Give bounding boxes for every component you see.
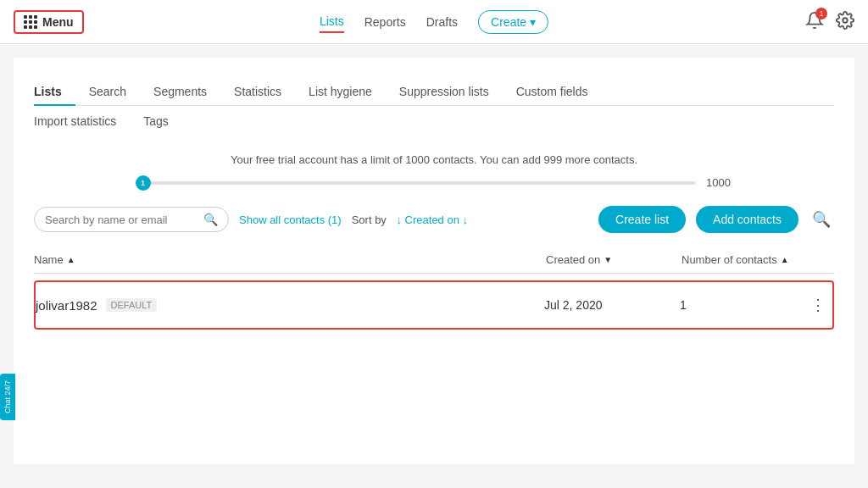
sort-by-prefix: Sort by bbox=[352, 214, 387, 226]
create-label: Create bbox=[491, 15, 526, 29]
contacts-sort-arrow: ▲ bbox=[781, 255, 789, 264]
name-sort-arrow: ▲ bbox=[67, 255, 75, 264]
slider-track[interactable]: 1 bbox=[137, 181, 696, 185]
row-created-cell: Jul 2, 2020 bbox=[544, 298, 680, 312]
tab-list-hygiene[interactable]: List hygiene bbox=[295, 78, 386, 105]
created-sort-arrow: ▼ bbox=[604, 255, 612, 264]
contact-name: jolivar1982 bbox=[36, 298, 97, 313]
add-contacts-button[interactable]: Add contacts bbox=[696, 206, 798, 233]
search-toggle-icon[interactable]: 🔍 bbox=[809, 207, 834, 232]
chat-widget[interactable]: Chat 24/7 bbox=[0, 374, 15, 420]
tabs-row-2: Import statistics Tags bbox=[34, 109, 834, 136]
filter-row: 🔍 Show all contacts (1) Sort by ↓ Create… bbox=[34, 206, 834, 233]
row-contacts-cell: 1 ⋮ bbox=[680, 296, 832, 314]
slider-thumb: 1 bbox=[136, 175, 151, 191]
nav-link-drafts[interactable]: Drafts bbox=[426, 12, 458, 32]
nav-center: Lists Reports Drafts Create ▾ bbox=[320, 10, 548, 34]
search-icon: 🔍 bbox=[203, 213, 218, 226]
main-content: Lists Search Segments Statistics List hy… bbox=[14, 58, 854, 464]
grid-icon bbox=[24, 15, 37, 29]
menu-button[interactable]: Menu bbox=[14, 10, 84, 34]
slider-container: 1 1000 bbox=[137, 176, 731, 189]
col-name-header: Name ▲ bbox=[34, 253, 546, 266]
slider-max: 1000 bbox=[706, 176, 731, 189]
row-name-cell: jolivar1982 DEFAULT bbox=[36, 298, 544, 313]
trial-message: Your free trial account has a limit of 1… bbox=[34, 153, 834, 166]
col-contacts-header[interactable]: Number of contacts ▲ bbox=[682, 253, 834, 266]
notification-badge: 1 bbox=[815, 8, 827, 19]
more-options-button[interactable]: ⋮ bbox=[804, 296, 832, 314]
menu-label: Menu bbox=[42, 15, 74, 29]
col-created-header[interactable]: Created on ▼ bbox=[546, 253, 682, 266]
nav-left: Menu bbox=[14, 10, 84, 34]
tabs-row-1: Lists Search Segments Statistics List hy… bbox=[34, 78, 834, 106]
table-header: Name ▲ Created on ▼ Number of contacts ▲ bbox=[34, 247, 834, 274]
top-nav: Menu Lists Reports Drafts Create ▾ 1 bbox=[0, 0, 868, 44]
nav-link-lists[interactable]: Lists bbox=[320, 11, 344, 33]
show-contacts-button[interactable]: Show all contacts (1) bbox=[239, 214, 342, 226]
table-row[interactable]: jolivar1982 DEFAULT Jul 2, 2020 1 ⋮ bbox=[34, 280, 834, 330]
svg-point-0 bbox=[843, 18, 848, 23]
contacts-count: 1 bbox=[680, 298, 687, 312]
create-button[interactable]: Create ▾ bbox=[478, 10, 548, 34]
tab-lists[interactable]: Lists bbox=[34, 78, 75, 105]
tab-custom-fields[interactable]: Custom fields bbox=[503, 78, 602, 105]
tab-suppression-lists[interactable]: Suppression lists bbox=[386, 78, 503, 105]
sort-by-control[interactable]: Sort by ↓ Created on ↓ bbox=[352, 214, 468, 226]
tab-tags[interactable]: Tags bbox=[130, 109, 182, 133]
nav-right: 1 bbox=[805, 11, 854, 32]
chevron-down-icon: ▾ bbox=[530, 15, 536, 29]
search-box[interactable]: 🔍 bbox=[34, 207, 229, 232]
tab-search[interactable]: Search bbox=[75, 78, 140, 105]
search-input[interactable] bbox=[45, 214, 198, 226]
tab-import-statistics[interactable]: Import statistics bbox=[34, 109, 130, 133]
default-badge: DEFAULT bbox=[106, 298, 158, 312]
notification-icon[interactable]: 1 bbox=[805, 11, 824, 32]
settings-icon[interactable] bbox=[836, 11, 854, 32]
nav-link-reports[interactable]: Reports bbox=[364, 12, 406, 32]
trial-banner: Your free trial account has a limit of 1… bbox=[34, 153, 834, 189]
sort-by-value: ↓ Created on ↓ bbox=[396, 214, 468, 226]
tab-segments[interactable]: Segments bbox=[140, 78, 220, 105]
create-list-button[interactable]: Create list bbox=[598, 206, 686, 233]
tab-statistics[interactable]: Statistics bbox=[220, 78, 295, 105]
